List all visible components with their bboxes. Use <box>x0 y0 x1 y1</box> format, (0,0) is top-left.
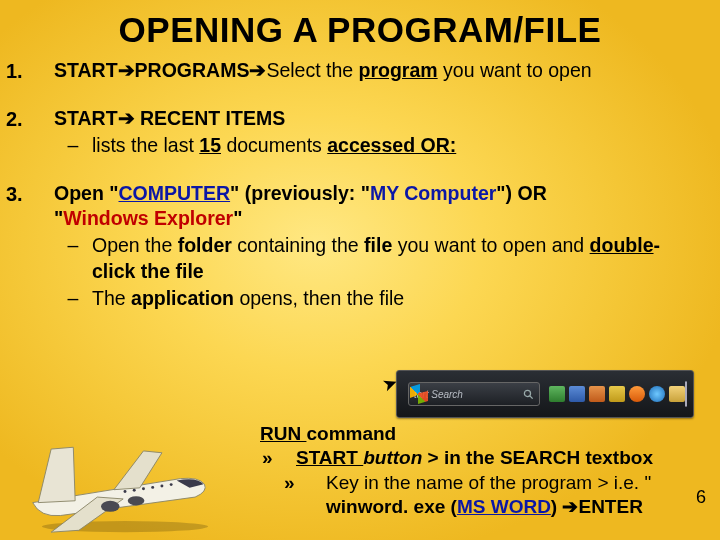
item-2: 2. START➔ RECENT ITEMS – lists the last … <box>6 106 698 159</box>
run-sub-2: » Key in the name of the program > i.e. … <box>260 471 690 520</box>
run-sub-1: » START button > in the SEARCH textbox <box>260 446 690 470</box>
item-body: Open "COMPUTER" (previously: "MY Compute… <box>54 181 698 312</box>
svg-point-5 <box>124 490 127 493</box>
user-picture-icon <box>685 381 687 407</box>
item-3: 3. Open "COMPUTER" (previously: "MY Comp… <box>6 181 698 312</box>
cursor-icon: ➤ <box>379 371 401 397</box>
svg-point-3 <box>101 501 119 512</box>
folder-icon <box>669 386 685 402</box>
excel-icon <box>549 386 565 402</box>
item-1: 1. START➔PROGRAMS➔Select the program you… <box>6 58 698 84</box>
svg-point-10 <box>170 483 173 486</box>
firefox-icon <box>629 386 645 402</box>
item-number: 2. <box>6 106 54 159</box>
slide-title: OPENING A PROGRAM/FILE <box>0 0 720 50</box>
slide-number: 6 <box>696 487 706 508</box>
item-number: 1. <box>6 58 54 84</box>
svg-point-4 <box>128 496 145 505</box>
svg-point-7 <box>142 487 145 490</box>
item-sub: – lists the last 15 documents accessed O… <box>54 133 698 158</box>
svg-point-8 <box>151 486 154 489</box>
ie-icon <box>649 386 665 402</box>
airplane-icon <box>10 414 240 534</box>
item-sub: – Open the folder containing the file yo… <box>54 233 698 284</box>
run-block: RUN command » START button > in the SEAR… <box>260 422 690 519</box>
outlook-icon <box>609 386 625 402</box>
powerpoint-icon <box>589 386 605 402</box>
word-icon <box>569 386 585 402</box>
item-sub: – The application opens, then the file <box>54 286 698 311</box>
svg-point-9 <box>160 485 163 488</box>
item-number: 3. <box>6 181 54 312</box>
taskbar-illustration: ➤ tart Search <box>396 370 694 418</box>
slide-content: 1. START➔PROGRAMS➔Select the program you… <box>0 50 720 311</box>
item-body: START➔PROGRAMS➔Select the program you wa… <box>54 58 698 84</box>
search-icon <box>523 389 534 400</box>
svg-point-6 <box>133 489 136 492</box>
item-body: START➔ RECENT ITEMS – lists the last 15 … <box>54 106 698 159</box>
svg-point-0 <box>524 390 530 396</box>
svg-line-1 <box>530 395 533 398</box>
taskbar-icons <box>549 386 685 402</box>
